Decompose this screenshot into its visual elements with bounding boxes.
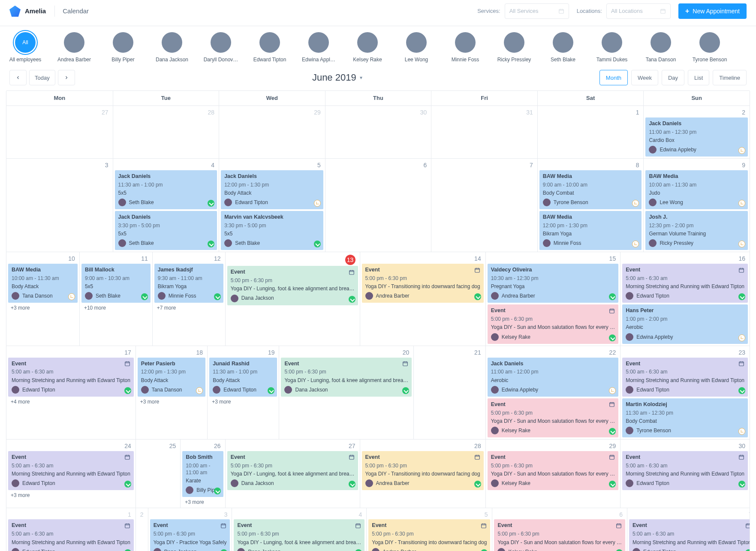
more-link[interactable]: +3 more bbox=[6, 490, 136, 499]
day-cell[interactable]: 5 Event 5:00 pm - 6:30 pm Yoga DIY - Tra… bbox=[366, 508, 492, 551]
day-cell[interactable]: 9 BAW Media 10:00 am - 11:30 am Judo Lee… bbox=[643, 159, 750, 252]
calendar-event[interactable]: Jack Daniels 11:00 am - 12:00 pm Aerobic… bbox=[488, 358, 619, 397]
calendar-event[interactable]: Event 5:00 am - 6:30 am Morning Stretchi… bbox=[8, 451, 134, 490]
calendar-event[interactable]: Event 5:00 pm - 6:30 pm Yoga DIY - Lungi… bbox=[227, 266, 358, 305]
day-cell[interactable]: 2 Jack Daniels 11:00 am - 12:30 pm Cardi… bbox=[643, 106, 750, 159]
calendar-event[interactable]: James lkadsjf 9:30 am - 11:00 am Bikram … bbox=[154, 264, 223, 303]
day-cell[interactable]: 20 Event 5:00 pm - 6:30 pm Yoga DIY - Lu… bbox=[279, 346, 413, 440]
view-month[interactable]: Month bbox=[599, 70, 628, 85]
day-cell[interactable]: 29 Event 5:00 pm - 6:30 pm Yoga DIY - Su… bbox=[485, 440, 620, 508]
employee-item[interactable]: Seth Blake bbox=[547, 32, 579, 63]
view-list[interactable]: List bbox=[688, 70, 709, 85]
day-cell[interactable]: 8 BAW Media 9:00 am - 10:00 am Body Comb… bbox=[537, 159, 644, 252]
day-cell[interactable]: 28 Event 5:00 pm - 6:30 pm Yoga DIY - Tr… bbox=[360, 440, 485, 508]
calendar-event[interactable]: BAW Media 12:00 pm - 1:30 pm Bikram Yoga… bbox=[539, 211, 642, 250]
day-cell[interactable]: 27 bbox=[6, 106, 113, 159]
period-display[interactable]: June 2019 ▾ bbox=[75, 71, 599, 84]
calendar-event[interactable]: Bill Mallock 9:00 am - 10:30 am 5x5 Seth… bbox=[81, 264, 151, 303]
calendar-event[interactable]: Marvin van Kalcvsbeek 3:30 pm - 5:00 pm … bbox=[221, 211, 323, 250]
employee-item[interactable]: Tammi Dukes bbox=[596, 32, 628, 63]
services-select[interactable]: All Services bbox=[505, 3, 569, 19]
day-cell[interactable]: 12 James lkadsjf 9:30 am - 11:00 am Bikr… bbox=[152, 252, 225, 346]
calendar-event[interactable]: Bob Smith 10:00 am - 11:00 am Karate Bil… bbox=[182, 451, 223, 497]
next-button[interactable] bbox=[58, 70, 75, 85]
calendar-event[interactable]: Jack Daniels 11:30 am - 1:00 pm 5x5 Seth… bbox=[115, 170, 217, 209]
day-cell[interactable]: 31 bbox=[431, 106, 537, 159]
calendar-event[interactable]: Event 5:00 am - 6:30 am Morning Stretchi… bbox=[629, 519, 750, 551]
day-cell[interactable]: 28 bbox=[113, 106, 219, 159]
calendar-event[interactable]: Event 5:00 am - 6:30 am Morning Stretchi… bbox=[8, 358, 134, 397]
day-cell[interactable]: 4 Jack Daniels 11:30 am - 1:00 pm 5x5 Se… bbox=[113, 159, 219, 252]
day-cell[interactable]: 3 Event 5:00 pm - 6:30 pm Yoga DIY - Pra… bbox=[148, 508, 232, 551]
day-cell[interactable]: 2 bbox=[136, 508, 148, 551]
day-cell[interactable]: 30 Event 5:00 am - 6:30 am Morning Stret… bbox=[620, 440, 750, 508]
employee-item[interactable]: Ricky Pressley bbox=[498, 32, 530, 63]
new-appointment-button[interactable]: + New Appointment bbox=[678, 3, 747, 19]
calendar-event[interactable]: Jack Daniels 11:00 am - 12:30 pm Cardio … bbox=[645, 117, 748, 157]
day-cell[interactable]: 26 Bob Smith 10:00 am - 11:00 am Karate … bbox=[180, 440, 225, 508]
calendar-event[interactable]: Event 5:00 pm - 6:30 pm Yoga DIY - Trans… bbox=[362, 451, 484, 490]
calendar-event[interactable]: Jack Daniels 12:00 pm - 1:30 pm Body Att… bbox=[221, 170, 323, 209]
employee-item[interactable]: Lee Wong bbox=[401, 32, 432, 63]
day-cell[interactable]: 4 Event 5:00 pm - 6:30 pm Yoga DIY - Lun… bbox=[232, 508, 366, 551]
employee-item[interactable]: Kelsey Rake bbox=[352, 32, 383, 63]
calendar-event[interactable]: Event 5:00 pm - 6:30 pm Yoga DIY - Sun a… bbox=[488, 398, 619, 437]
employee-item[interactable]: Tyrone Benson bbox=[694, 32, 726, 63]
view-week[interactable]: Week bbox=[631, 70, 658, 85]
calendar-event[interactable]: Event 5:00 am - 6:30 am Morning Stretchi… bbox=[8, 519, 134, 551]
day-cell[interactable]: 6 Event 5:00 pm - 6:30 pm Yoga DIY - Sun… bbox=[492, 508, 627, 551]
day-cell[interactable]: 7 bbox=[431, 159, 537, 252]
prev-button[interactable] bbox=[9, 70, 27, 85]
calendar-event[interactable]: Martin Kolodziej 11:30 am - 12:30 pm Bod… bbox=[622, 398, 748, 437]
day-cell[interactable]: 29 bbox=[219, 106, 325, 159]
calendar-event[interactable]: Event 5:00 pm - 6:30 pm Yoga DIY - Trans… bbox=[362, 264, 484, 303]
more-link[interactable]: +3 more bbox=[136, 397, 207, 405]
calendar-event[interactable]: Hans Peter 1:00 pm - 2:00 pm Aerobic Edw… bbox=[622, 304, 748, 343]
calendar-event[interactable]: Event 5:00 am - 6:30 am Morning Stretchi… bbox=[622, 264, 748, 303]
day-cell[interactable]: 13 Event 5:00 pm - 6:30 pm Yoga DIY - Lu… bbox=[225, 252, 360, 346]
calendar-event[interactable]: Junaid Rashid 11:30 am - 1:00 pm Body At… bbox=[209, 358, 277, 397]
more-link[interactable]: +4 more bbox=[6, 397, 136, 405]
day-cell[interactable]: 15 Valdecy Oliveira 10:30 am - 12:30 pm … bbox=[485, 252, 620, 346]
more-link[interactable]: +3 more bbox=[181, 497, 225, 506]
employee-item[interactable]: Edwina Appl… bbox=[303, 32, 334, 63]
calendar-event[interactable]: Event 5:00 pm - 6:30 pm Yoga DIY - Lungi… bbox=[234, 519, 364, 551]
calendar-event[interactable]: Event 5:00 pm - 6:30 pm Yoga DIY - Sun a… bbox=[488, 304, 619, 343]
day-cell[interactable]: 23 Event 5:00 am - 6:30 am Morning Stret… bbox=[620, 346, 750, 440]
calendar-event[interactable]: Jack Daniels 3:30 pm - 5:00 pm 5x5 Seth … bbox=[115, 211, 217, 250]
calendar-event[interactable]: Event 5:00 pm - 6:30 pm Yoga DIY - Trans… bbox=[368, 519, 490, 551]
day-cell[interactable]: 16 Event 5:00 am - 6:30 am Morning Stret… bbox=[620, 252, 750, 346]
employee-item[interactable]: Minnie Foss bbox=[449, 32, 481, 63]
calendar-event[interactable]: Event 5:00 am - 6:30 am Morning Stretchi… bbox=[622, 451, 748, 490]
day-cell[interactable]: 3 bbox=[6, 159, 113, 252]
calendar-event[interactable]: Event 5:00 pm - 6:30 pm Yoga DIY - Lungi… bbox=[227, 451, 358, 490]
employee-item[interactable]: Tana Danson bbox=[645, 32, 677, 63]
day-cell[interactable]: 21 bbox=[413, 346, 485, 440]
calendar-event[interactable]: BAW Media 9:00 am - 10:00 am Body Combat… bbox=[539, 170, 642, 209]
employee-item[interactable]: Andrea Barber bbox=[58, 32, 90, 63]
employee-item[interactable]: Edward Tipton bbox=[254, 32, 286, 63]
day-cell[interactable]: 1 bbox=[537, 106, 644, 159]
calendar-event[interactable]: Event 5:00 am - 6:30 am Morning Stretchi… bbox=[622, 358, 748, 397]
day-cell[interactable]: 1 Event 5:00 am - 6:30 am Morning Stretc… bbox=[6, 508, 136, 551]
locations-select[interactable]: All Locations bbox=[606, 3, 671, 19]
calendar-event[interactable]: BAW Media 10:00 am - 11:30 am Body Attac… bbox=[8, 264, 78, 303]
calendar-event[interactable]: Peter Pasierb 12:00 pm - 1:30 pm Body At… bbox=[138, 358, 205, 397]
employee-item[interactable]: Billy Piper bbox=[107, 32, 139, 63]
day-cell[interactable]: 17 Event 5:00 am - 6:30 am Morning Stret… bbox=[6, 346, 136, 440]
calendar-event[interactable]: Event 5:00 pm - 6:30 pm Yoga DIY - Lungi… bbox=[281, 358, 412, 397]
day-cell[interactable]: 7 Event 5:00 am - 6:30 am Morning Stretc… bbox=[627, 508, 750, 551]
view-day[interactable]: Day bbox=[662, 70, 684, 85]
day-cell[interactable]: 6 bbox=[325, 159, 431, 252]
day-cell[interactable]: 22 Jack Daniels 11:00 am - 12:00 pm Aero… bbox=[485, 346, 620, 440]
employee-item[interactable]: Daryll Donov… bbox=[205, 32, 237, 63]
day-cell[interactable]: 19 Junaid Rashid 11:30 am - 1:00 pm Body… bbox=[207, 346, 279, 440]
employee-all[interactable]: All All employees bbox=[9, 32, 41, 63]
day-cell[interactable]: 25 bbox=[136, 440, 180, 508]
day-cell[interactable]: 5 Jack Daniels 12:00 pm - 1:30 pm Body A… bbox=[219, 159, 325, 252]
view-timeline[interactable]: Timeline bbox=[713, 70, 747, 85]
day-cell[interactable]: 10 BAW Media 10:00 am - 11:30 am Body At… bbox=[6, 252, 79, 346]
calendar-event[interactable]: Valdecy Oliveira 10:30 am - 12:30 pm Pre… bbox=[488, 264, 619, 303]
brand[interactable]: Amelia bbox=[9, 6, 55, 17]
more-link[interactable]: +3 more bbox=[6, 303, 79, 311]
